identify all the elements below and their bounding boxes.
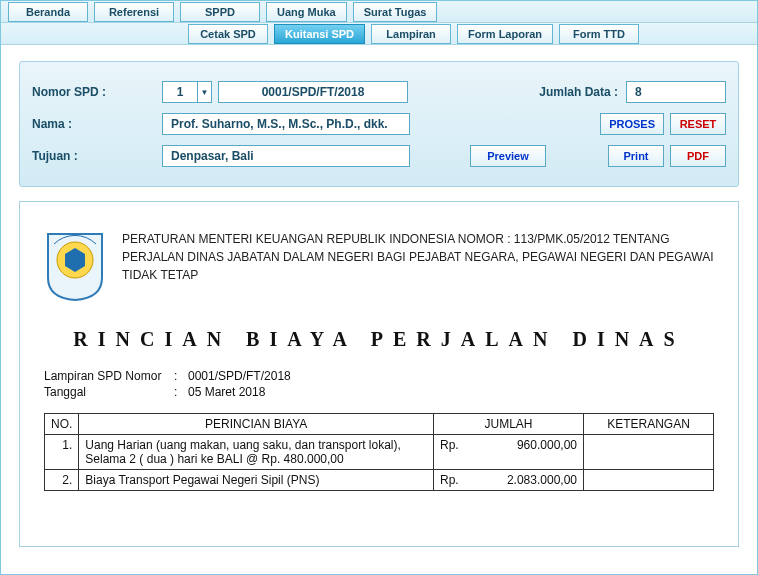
nomor-spd-display: 0001/SPD/FT/2018 [218, 81, 408, 103]
amount-value: 2.083.000,00 [468, 473, 577, 487]
th-desc: PERINCIAN BIAYA [79, 414, 434, 435]
cell-no: 1. [45, 435, 79, 470]
tab-form-laporan[interactable]: Form Laporan [457, 24, 553, 44]
tab-referensi[interactable]: Referensi [94, 2, 174, 22]
th-ket: KETERANGAN [584, 414, 714, 435]
nomor-spd-label: Nomor SPD : [32, 85, 162, 99]
app-window: Beranda Referensi SPPD Uang Muka Surat T… [0, 0, 758, 575]
cell-jumlah: Rp. 960.000,00 [434, 435, 584, 470]
chevron-down-icon[interactable]: ▼ [197, 82, 211, 102]
meta-tanggal: Tanggal : 05 Maret 2018 [44, 385, 714, 399]
row-nomor-spd: Nomor SPD : 1 ▼ 0001/SPD/FT/2018 Jumlah … [20, 76, 738, 108]
jumlah-data-label: Jumlah Data : [539, 85, 618, 99]
amount-value: 960.000,00 [468, 438, 577, 452]
currency-label: Rp. [440, 473, 468, 487]
nomor-spd-controls: 1 ▼ 0001/SPD/FT/2018 [162, 81, 408, 103]
cell-no: 2. [45, 470, 79, 491]
lampiran-value: 0001/SPD/FT/2018 [188, 369, 291, 383]
tab-row-secondary: Cetak SPD Kuitansi SPD Lampiran Form Lap… [1, 23, 757, 45]
cell-ket [584, 470, 714, 491]
document-preview: PERATURAN MENTERI KEUANGAN REPUBLIK INDO… [19, 201, 739, 547]
tab-sppd[interactable]: SPPD [180, 2, 260, 22]
table-row: 2. Biaya Transport Pegawai Negeri Sipil … [45, 470, 714, 491]
preview-button[interactable]: Preview [470, 145, 546, 167]
nomor-spd-spinner[interactable]: 1 ▼ [162, 81, 212, 103]
doc-header: PERATURAN MENTERI KEUANGAN REPUBLIK INDO… [44, 230, 714, 302]
row-tujuan: Tujuan : Denpasar, Bali Preview Print PD… [20, 140, 738, 172]
th-no: NO. [45, 414, 79, 435]
tujuan-label: Tujuan : [32, 149, 162, 163]
tanggal-label: Tanggal [44, 385, 174, 399]
table-header-row: NO. PERINCIAN BIAYA JUMLAH KETERANGAN [45, 414, 714, 435]
nama-input[interactable]: Prof. Suharno, M.S., M.Sc., Ph.D., dkk. [162, 113, 410, 135]
tanggal-value: 05 Maret 2018 [188, 385, 265, 399]
print-button[interactable]: Print [608, 145, 664, 167]
regulation-text: PERATURAN MENTERI KEUANGAN REPUBLIK INDO… [122, 230, 714, 284]
nama-label: Nama : [32, 117, 162, 131]
action-buttons-2: Print PDF [608, 145, 726, 167]
tab-surat-tugas[interactable]: Surat Tugas [353, 2, 438, 22]
tab-lampiran[interactable]: Lampiran [371, 24, 451, 44]
tab-form-ttd[interactable]: Form TTD [559, 24, 639, 44]
cell-ket [584, 435, 714, 470]
lampiran-label: Lampiran SPD Nomor [44, 369, 174, 383]
currency-label: Rp. [440, 438, 468, 452]
cell-desc: Biaya Transport Pegawai Negeri Sipil (PN… [79, 470, 434, 491]
cell-jumlah: Rp. 2.083.000,00 [434, 470, 584, 491]
meta-lampiran: Lampiran SPD Nomor : 0001/SPD/FT/2018 [44, 369, 714, 383]
nomor-spd-value: 1 [163, 85, 197, 99]
reset-button[interactable]: RESET [670, 113, 726, 135]
content-area: Nomor SPD : 1 ▼ 0001/SPD/FT/2018 Jumlah … [1, 47, 757, 574]
row-nama: Nama : Prof. Suharno, M.S., M.Sc., Ph.D.… [20, 108, 738, 140]
tab-uang-muka[interactable]: Uang Muka [266, 2, 347, 22]
th-jumlah: JUMLAH [434, 414, 584, 435]
action-buttons-1: PROSES RESET [600, 113, 726, 135]
tujuan-input[interactable]: Denpasar, Bali [162, 145, 410, 167]
cell-desc: Uang Harian (uang makan, uang saku, dan … [79, 435, 434, 470]
table-row: 1. Uang Harian (uang makan, uang saku, d… [45, 435, 714, 470]
university-logo-icon [44, 230, 106, 302]
rincian-table: NO. PERINCIAN BIAYA JUMLAH KETERANGAN 1.… [44, 413, 714, 491]
tab-cetak-spd[interactable]: Cetak SPD [188, 24, 268, 44]
tab-beranda[interactable]: Beranda [8, 2, 88, 22]
tab-kuitansi-spd[interactable]: Kuitansi SPD [274, 24, 365, 44]
pdf-button[interactable]: PDF [670, 145, 726, 167]
document-title: RINCIAN BIAYA PERJALAN DINAS [44, 328, 714, 351]
jumlah-data-value: 8 [626, 81, 726, 103]
form-panel: Nomor SPD : 1 ▼ 0001/SPD/FT/2018 Jumlah … [19, 61, 739, 187]
proses-button[interactable]: PROSES [600, 113, 664, 135]
tab-row-primary: Beranda Referensi SPPD Uang Muka Surat T… [1, 1, 757, 23]
